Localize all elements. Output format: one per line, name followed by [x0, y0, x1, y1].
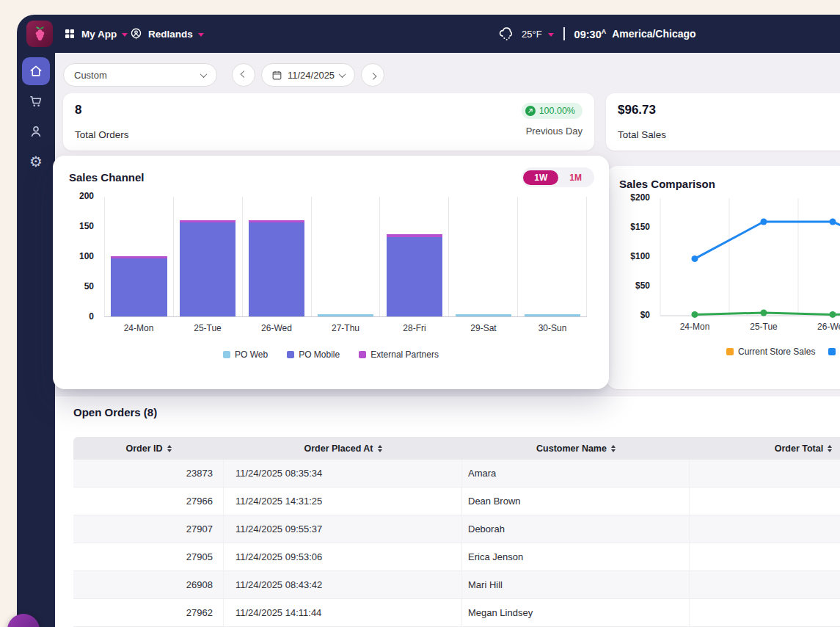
legend-item-po-web[interactable]: PO Web [223, 349, 268, 360]
sort-icon [828, 445, 832, 452]
sales-comparison-line-chart [606, 166, 840, 335]
x-axis-label: 26-Wed [242, 323, 311, 333]
total-orders-card: 8 Total Orders 100.00% Previous Day [63, 93, 594, 151]
total-sales-card: $96.73 Total Sales [606, 93, 840, 151]
cell-order-placed-at: 11/24/2025 14:11:44 [224, 599, 462, 626]
change-badge: 100.00% [522, 103, 582, 119]
legend-item-external-partners[interactable]: External Partners [359, 349, 439, 360]
legend-swatch [359, 351, 366, 358]
compare-label: Previous Day [526, 126, 582, 137]
column-header-order-placed-at[interactable]: Order Placed At [224, 437, 462, 460]
column-header-label: Order ID [125, 443, 162, 454]
cell-order-placed-at: 11/24/2025 08:43:42 [224, 571, 462, 598]
calendar-icon [271, 70, 282, 81]
toggle-1m-button[interactable]: 1M [558, 170, 593, 185]
sidebar-item-home[interactable] [22, 57, 50, 85]
column-header-customer-name[interactable]: Customer Name [462, 437, 690, 460]
chevron-down-icon[interactable] [548, 33, 554, 37]
bar-stack[interactable] [111, 256, 167, 316]
apps-grid-icon [63, 27, 76, 40]
chevron-down-icon [198, 33, 204, 37]
column-header-label: Order Total [775, 443, 823, 454]
column-header-label: Order Placed At [304, 443, 373, 454]
table-row[interactable]: 2790711/24/2025 09:55:37Deborah [73, 515, 840, 543]
bar-chart-column [380, 197, 449, 316]
legend-item-po-mobile[interactable]: PO Mobile [287, 349, 340, 360]
table-row[interactable]: 2796211/24/2025 14:11:44Megan Lindsey [73, 599, 840, 627]
next-day-button[interactable] [361, 63, 384, 87]
bar-segment-po-web [456, 314, 511, 316]
bar-stack[interactable] [180, 220, 235, 316]
sidebar-nav: ⚙ [17, 57, 55, 175]
legend-swatch [287, 351, 294, 358]
bar-chart-column [174, 197, 243, 316]
table-row[interactable]: 2387311/24/2025 08:35:34Amara [73, 460, 840, 488]
cell-customer-name: Deborah [462, 515, 690, 543]
chevron-left-icon [240, 70, 247, 78]
cell-order-total [690, 543, 840, 570]
table-row[interactable]: 2690811/24/2025 08:43:42Mari Hill [73, 571, 840, 599]
sales-channel-bar-chart [104, 197, 587, 317]
column-header-label: Customer Name [536, 443, 607, 454]
date-range-select[interactable]: Custom [63, 63, 217, 87]
app-switcher-label: My App [81, 29, 117, 40]
x-axis-label: 30-Sun [518, 323, 587, 333]
sales-comparison-card: Sales Comparison $0$50$100$150$200 24-Mo… [606, 166, 840, 389]
bar-stack[interactable] [387, 234, 442, 316]
bar-stack[interactable] [525, 314, 580, 316]
cell-order-id: 27966 [73, 488, 224, 515]
table-row[interactable]: 2796611/24/2025 14:31:25Dean Brown [73, 488, 840, 515]
app-switcher[interactable]: My App [63, 15, 128, 53]
open-orders-title: Open Orders (8) [73, 406, 157, 418]
x-axis-label: 28-Fri [380, 323, 449, 333]
x-axis-label: 25-Tue [739, 322, 788, 332]
weather-snow-icon [497, 25, 516, 43]
sales-channel-card: Sales Channel 1W 1M 24-Mon25-Tue26-Wed27… [53, 156, 609, 389]
previous-day-button[interactable] [232, 63, 255, 87]
legend-item-item[interactable] [828, 347, 840, 357]
total-orders-label: Total Orders [75, 129, 582, 140]
chart-legend: PO WebPO MobileExternal Partners [53, 349, 609, 360]
app-logo[interactable] [26, 21, 53, 47]
cell-order-total [690, 571, 840, 598]
bar-segment-po-web [318, 314, 373, 316]
cell-customer-name: Amara [462, 460, 690, 487]
clock-meridiem: A [602, 28, 607, 35]
cell-order-total [690, 515, 840, 543]
cell-order-placed-at: 11/24/2025 14:31:25 [224, 488, 462, 515]
table-header-row: Order IDOrder Placed AtCustomer NameOrde… [73, 437, 840, 460]
table-body: 2387311/24/2025 08:35:34Amara2796611/24/… [73, 460, 840, 627]
x-axis-label: 27-Thu [311, 323, 380, 333]
column-header-order-id[interactable]: Order ID [73, 437, 224, 460]
table-row[interactable]: 2790511/24/2025 09:53:06Erica Jenson [73, 543, 840, 571]
bar-segment-po-mobile [111, 258, 167, 316]
toggle-1w-button[interactable]: 1W [523, 170, 558, 185]
location-person-icon [129, 27, 143, 41]
legend-label: PO Mobile [299, 349, 340, 360]
y-axis-label: 150 [53, 221, 94, 231]
date-picker[interactable]: 11/24/2025 [261, 63, 355, 87]
bar-stack[interactable] [249, 220, 304, 316]
cell-order-id: 23873 [73, 460, 224, 487]
bar-segment-po-mobile [180, 222, 235, 316]
total-sales-label: Total Sales [618, 129, 840, 140]
cell-order-total [690, 460, 840, 487]
y-axis-label: 200 [53, 191, 94, 201]
cell-customer-name: Megan Lindsey [462, 599, 690, 626]
date-range-value: Custom [74, 70, 107, 81]
sidebar-item-orders[interactable] [22, 87, 50, 115]
cell-customer-name: Dean Brown [462, 488, 690, 515]
bar-chart-column [105, 197, 174, 316]
date-value: 11/24/2025 [288, 70, 335, 81]
bar-chart-column [243, 197, 312, 316]
cell-order-placed-at: 11/24/2025 08:35:34 [224, 460, 462, 487]
legend-item-current-store-sales[interactable]: Current Store Sales [726, 347, 815, 357]
temperature-label: 25°F [522, 29, 542, 40]
location-selector[interactable]: Redlands [129, 15, 204, 53]
bar-stack[interactable] [318, 314, 373, 316]
bar-stack[interactable] [456, 314, 511, 316]
sidebar-item-settings[interactable]: ⚙ [22, 148, 50, 175]
chevron-down-icon [200, 70, 208, 78]
column-header-order-total[interactable]: Order Total [690, 437, 840, 460]
sidebar-item-customers[interactable] [22, 117, 50, 145]
